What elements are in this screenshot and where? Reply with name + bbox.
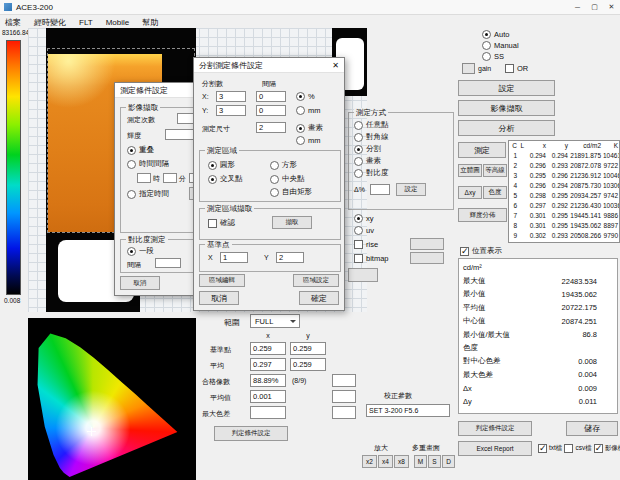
radio-center-point[interactable]: 中央點 xyxy=(270,174,305,184)
multi-d-button[interactable]: D xyxy=(442,455,455,468)
maximize-icon[interactable]: ▢ xyxy=(586,0,603,14)
radio-pixel-unit[interactable]: 畫素 xyxy=(296,123,323,133)
radio-circle[interactable]: 圓形 xyxy=(208,160,235,170)
dialog-close-icon[interactable]: ✕ xyxy=(332,61,339,70)
checkbox-rise[interactable]: rise xyxy=(354,240,378,249)
zoom-x2-button[interactable]: x2 xyxy=(362,455,377,468)
dialog-title-bar[interactable]: 分割測定條件設定 ✕ xyxy=(194,58,344,73)
base-y-input[interactable]: 2 xyxy=(276,252,304,263)
radio-cross-point[interactable]: 交叉點 xyxy=(208,174,243,184)
chart3d-button[interactable]: 立體圖 xyxy=(458,164,482,177)
menu-trend[interactable]: 經時變化 xyxy=(34,17,66,28)
radio-xy[interactable]: xy xyxy=(354,214,374,223)
radio-ss[interactable]: SS xyxy=(482,52,504,61)
capture-button[interactable]: 影像擷取 xyxy=(458,100,555,116)
menu-help[interactable]: 幫助 xyxy=(142,17,158,28)
minute-label: 分 xyxy=(179,174,186,184)
table-row[interactable]: 40.2960.29420875.73010306 xyxy=(509,180,619,190)
checkbox-or[interactable]: OR xyxy=(505,64,528,73)
table-row[interactable]: 10.2940.29421891.87510461 xyxy=(509,150,619,160)
radio-diagonal[interactable]: 對角線 xyxy=(354,132,389,142)
luminance-dist-button[interactable]: 輝度分佈 xyxy=(458,208,507,222)
image-checkbox[interactable] xyxy=(594,444,603,453)
table-row[interactable]: 90.3020.29320508.2669790 xyxy=(509,230,619,240)
radio-auto[interactable]: Auto xyxy=(482,30,509,39)
radio-pixel[interactable]: 畫素 xyxy=(354,156,381,166)
table-row[interactable]: 50.2980.29520934.2579742 xyxy=(509,190,619,200)
radio-square[interactable]: 方形 xyxy=(270,160,297,170)
area-set-button[interactable]: 區域設定 xyxy=(293,274,339,287)
radio-free-rect[interactable]: 自由矩形 xyxy=(270,187,312,197)
capture-area-button[interactable]: 擷取 xyxy=(272,216,312,229)
radio-percent[interactable]: % xyxy=(296,92,315,101)
measure-size-input[interactable]: 2 xyxy=(256,122,286,133)
zoom-x4-button[interactable]: x4 xyxy=(378,455,393,468)
table-row[interactable]: 60.2970.29221236.43010036 xyxy=(509,200,619,210)
radio-uv[interactable]: uv xyxy=(354,226,374,235)
table-header-row: CL xy cd/m2K xyxy=(509,141,619,150)
radio-time-interval[interactable]: 時間間隔 xyxy=(127,159,169,169)
table-row[interactable]: 70.3010.29519445.1419886 xyxy=(509,210,619,220)
table-cell: 2 xyxy=(509,160,518,170)
gap-input[interactable] xyxy=(155,258,181,268)
save-button[interactable]: 儲存 xyxy=(566,421,618,436)
judge-condition-button-2[interactable]: 判定條件設定 xyxy=(214,426,288,441)
checkbox-bitmap[interactable]: bitmap xyxy=(354,254,389,263)
checkbox-confirm[interactable]: 確認 xyxy=(208,218,235,228)
chroma-map-button[interactable]: 色度 xyxy=(483,186,507,199)
delta-set-button[interactable]: 設定 xyxy=(396,183,426,196)
radio-split[interactable]: 分割 xyxy=(354,144,381,154)
hour-input[interactable] xyxy=(137,173,151,183)
y-gap-input[interactable]: 0 xyxy=(256,105,286,116)
x-count-input[interactable]: 3 xyxy=(216,91,246,102)
y-count-input[interactable]: 3 xyxy=(216,105,246,116)
split-measure-dialog: 分割測定條件設定 ✕ 分割數 間隔 X: 3 0 % Y: 3 0 mm 測定尺… xyxy=(193,57,345,311)
measure-button[interactable]: 測定 xyxy=(458,142,506,158)
csv-checkbox[interactable] xyxy=(564,444,573,453)
menu-mobile[interactable]: Mobile xyxy=(106,18,130,27)
area-edit-button[interactable]: 區域編輯 xyxy=(199,274,245,287)
multi-m-button[interactable]: M xyxy=(414,455,427,468)
range-dropdown[interactable]: FULL xyxy=(250,314,300,328)
ok-button[interactable]: 確定 xyxy=(299,291,339,305)
checkbox-position-display[interactable]: 位置表示 xyxy=(460,246,502,256)
rise-aux-button[interactable] xyxy=(410,238,444,250)
gain-selector[interactable] xyxy=(462,63,475,74)
contour-button[interactable]: 等高線 xyxy=(483,164,507,177)
radio-manual[interactable]: Manual xyxy=(482,41,519,50)
base-x-input[interactable]: 1 xyxy=(220,252,248,263)
multi-s-button[interactable]: S xyxy=(428,455,441,468)
radio-mm[interactable]: mm xyxy=(296,106,321,115)
zoom-x8-button[interactable]: x8 xyxy=(394,455,409,468)
aux-button[interactable] xyxy=(348,268,378,282)
table-row[interactable]: 20.2960.29320872.0789722 xyxy=(509,160,619,170)
table-row[interactable]: 80.3010.29519435.0628897 xyxy=(509,220,619,230)
set-button[interactable]: 設定 xyxy=(458,80,555,96)
radio-single-step[interactable]: 一段 xyxy=(127,246,154,256)
table-row[interactable]: 30.2950.29621236.91210046 xyxy=(509,170,619,180)
title-bar[interactable]: ACE3-200 ─ ▢ ✕ xyxy=(0,0,620,15)
menu-flt[interactable]: FLT xyxy=(79,18,93,27)
hour-label: 時 xyxy=(153,174,160,184)
minute-input[interactable] xyxy=(163,173,177,183)
cancel-button[interactable]: 取消 xyxy=(199,291,239,305)
menu-file[interactable]: 檔案 xyxy=(5,17,21,28)
measure-mode-label: 測定方式 xyxy=(354,108,388,118)
radio-repeat[interactable]: 重叠 xyxy=(127,145,154,155)
cancel-button[interactable]: 取消 xyxy=(120,276,160,290)
radio-contrast[interactable]: 對比度 xyxy=(354,168,389,178)
delta-xy-button[interactable]: Δxy xyxy=(458,186,482,199)
bitmap-aux-button[interactable] xyxy=(410,252,444,264)
close-icon[interactable]: ✕ xyxy=(603,0,620,14)
radio-arbitrary-point[interactable]: 任意點 xyxy=(354,120,389,130)
luminance-label: 輝度 xyxy=(127,131,141,141)
delta-percent-input[interactable] xyxy=(370,184,390,195)
analyze-button[interactable]: 分析 xyxy=(458,120,555,136)
minimize-icon[interactable]: ─ xyxy=(569,0,586,14)
excel-report-button[interactable]: Excel Report xyxy=(458,441,532,456)
radio-mm-unit[interactable]: mm xyxy=(296,136,321,145)
radio-specified-time[interactable]: 指定時間 xyxy=(127,189,169,199)
txt-checkbox[interactable] xyxy=(538,444,547,453)
judge-condition-button[interactable]: 判定條件設定 xyxy=(458,421,532,436)
x-gap-input[interactable]: 0 xyxy=(256,91,286,102)
